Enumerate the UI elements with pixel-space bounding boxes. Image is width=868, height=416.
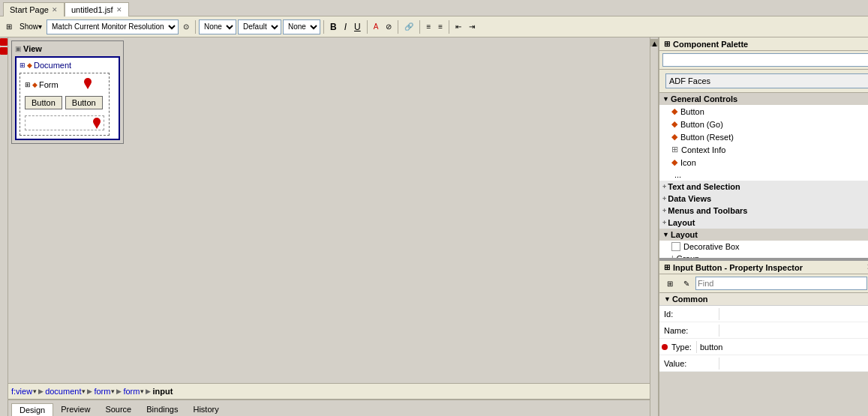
none2-dropdown[interactable]: None — [283, 19, 320, 34]
form-expand-icon[interactable]: ⊞ — [25, 81, 31, 88]
default-dropdown[interactable]: Default — [238, 19, 281, 34]
prop-id-label: Id: — [659, 308, 719, 320]
show-button[interactable]: Show ▾ — [17, 21, 45, 32]
prop-type-value: button — [697, 340, 868, 355]
tab-untitled-jsf[interactable]: untitled1.jsf ✕ — [65, 2, 129, 16]
document-diamond-icon: ◆ — [27, 61, 32, 69]
form-text: Form — [39, 80, 59, 89]
palette-item-group[interactable]: | Group — [659, 253, 868, 258]
section-menus-toolbars[interactable]: + Menus and Toolbars — [659, 205, 868, 217]
tab-preview[interactable]: Preview — [53, 403, 98, 415]
property-inspector-panel: ⊞ Input Button - Property Inspector ✕ _ … — [659, 259, 868, 416]
breadcrumb-fview[interactable]: f:view ▾ — [11, 387, 37, 396]
section-text-selection[interactable]: + Text and Selection — [659, 181, 868, 193]
view-label: ▣ View — [15, 44, 120, 53]
prop-section-expand-icon: ▼ — [664, 295, 671, 303]
section-general-controls[interactable]: ▼ General Controls — [659, 93, 868, 105]
form-diamond-icon: ◆ — [32, 81, 38, 88]
tab-start-page-close[interactable]: ✕ — [52, 6, 58, 13]
tab-start-page[interactable]: Start Page ✕ — [3, 2, 65, 16]
section-layout-expanded[interactable]: ▼ Layout — [659, 229, 868, 241]
palette-item-button-go[interactable]: ◆ Button (Go) — [659, 118, 868, 130]
prop-type-indicator — [662, 344, 668, 350]
design-vscrollbar[interactable]: ▲ — [650, 37, 659, 416]
none1-dropdown[interactable]: None — [199, 19, 236, 34]
drop-zone[interactable] — [25, 115, 104, 130]
design-area: ▣ View ⊞ ◆ Document ⊞ — [8, 37, 650, 416]
breadcrumb-form1[interactable]: form ▾ — [94, 387, 115, 396]
palette-item-button[interactable]: ◆ Button — [659, 105, 868, 118]
prop-name-input[interactable] — [719, 323, 868, 338]
underline-button[interactable]: U — [351, 20, 364, 34]
italic-button[interactable]: I — [341, 20, 350, 34]
palette-item-button-go-label: Button (Go) — [680, 120, 723, 129]
view-expand-icon[interactable]: ▣ — [15, 45, 22, 52]
list2-btn[interactable]: ≡ — [435, 21, 446, 32]
list1-btn[interactable]: ≡ — [423, 21, 434, 32]
prop-value-label: Value: — [659, 358, 719, 370]
section-layout[interactable]: + Layout — [659, 217, 868, 229]
tab-history[interactable]: History — [185, 403, 226, 415]
monitor-resolution-dropdown[interactable]: Match Current Monitor Resolution — [47, 19, 179, 34]
breadcrumb-sep1: ▶ — [38, 388, 44, 395]
tab-bindings[interactable]: Bindings — [139, 403, 185, 415]
form-button-1[interactable]: Button — [25, 96, 62, 109]
breadcrumb-sep4: ▶ — [146, 388, 151, 395]
section-layout-label: Layout — [668, 218, 695, 227]
document-text: Document — [34, 61, 71, 70]
prop-id-input[interactable] — [719, 307, 868, 322]
prop-type-label-wrapper: Type: — [659, 341, 697, 353]
prop-tool-btn-1[interactable]: ⊞ — [662, 276, 677, 291]
tab-source[interactable]: Source — [98, 403, 139, 415]
palette-item-icon[interactable]: ◆ Icon — [659, 156, 868, 169]
document-container: ⊞ ◆ Document ⊞ ◆ Form — [15, 56, 120, 140]
scroll-up-arrow[interactable]: ▲ — [650, 39, 658, 46]
adf-faces-section: ADF Faces — [659, 70, 868, 93]
breadcrumb-form2[interactable]: form ▾ — [123, 387, 144, 396]
mode-button[interactable]: ⊞ — [3, 21, 15, 32]
indent1-btn[interactable]: ⇤ — [452, 21, 464, 32]
highlight-btn[interactable]: ⊘ — [383, 21, 395, 32]
palette-list[interactable]: ▼ General Controls ◆ Button ◆ Button (Go… — [659, 93, 868, 258]
prop-toolbar: ⊞ ✎ ? — [659, 274, 868, 293]
adf-faces-dropdown[interactable]: ADF Faces — [665, 73, 868, 88]
preview-btn[interactable]: ⊙ — [180, 21, 192, 32]
palette-search-input[interactable] — [662, 53, 868, 67]
icon-icon: ◆ — [671, 157, 677, 167]
data-views-expand-icon: + — [662, 195, 666, 202]
indent2-btn[interactable]: ⇥ — [466, 21, 478, 32]
left-gutter — [0, 37, 8, 416]
link-btn[interactable]: 🔗 — [401, 21, 416, 32]
prop-value-input[interactable] — [719, 356, 868, 371]
prop-find-input[interactable] — [695, 277, 867, 290]
prop-section-label: Common — [672, 295, 708, 304]
prop-id-value — [719, 307, 868, 322]
main-toolbar: ⊞ Show ▾ Match Current Monitor Resolutio… — [0, 16, 868, 37]
font-color-btn[interactable]: A — [371, 21, 382, 32]
design-canvas[interactable]: ▣ View ⊞ ◆ Document ⊞ — [8, 37, 650, 383]
sep3 — [367, 20, 368, 34]
palette-header: ⊞ Component Palette ✕ — [659, 37, 868, 51]
breadcrumb-document[interactable]: document ▾ — [45, 387, 86, 396]
prop-type-select[interactable]: button — [697, 340, 868, 355]
tab-preview-label: Preview — [61, 405, 90, 414]
prop-row-id: Id: ▾ — [659, 306, 868, 322]
prop-tool-btn-edit[interactable]: ✎ — [679, 276, 694, 291]
prop-name-label: Name: — [659, 325, 719, 337]
tab-untitled-jsf-close[interactable]: ✕ — [116, 6, 122, 13]
palette-item-button-reset[interactable]: ◆ Button (Reset) — [659, 130, 868, 143]
form-button-2[interactable]: Button — [65, 96, 103, 109]
view-container: ▣ View ⊞ ◆ Document ⊞ — [11, 40, 124, 144]
document-label: ⊞ ◆ Document — [20, 61, 116, 70]
palette-item-deco-box-label: Decorative Box — [683, 242, 740, 251]
section-data-views[interactable]: + Data Views — [659, 193, 868, 205]
palette-item-context-info[interactable]: ⊞ Context Info — [659, 143, 868, 156]
section-text-selection-label: Text and Selection — [668, 182, 740, 191]
tab-start-page-label: Start Page — [10, 5, 49, 14]
document-expand-icon[interactable]: ⊞ — [20, 61, 26, 69]
tab-design[interactable]: Design — [11, 403, 53, 417]
prop-section-common: ▼ Common — [659, 293, 868, 306]
bold-button[interactable]: B — [327, 20, 340, 34]
palette-item-decorative-box[interactable]: Decorative Box — [659, 241, 868, 253]
breadcrumb-bar: f:view ▾ ▶ document ▾ ▶ form ▾ ▶ form ▾ — [8, 383, 650, 400]
